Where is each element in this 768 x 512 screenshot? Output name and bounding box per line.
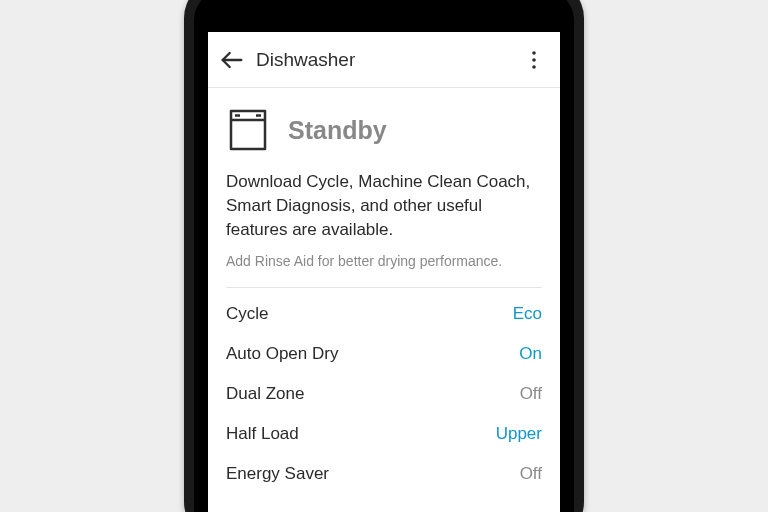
- more-vertical-icon[interactable]: [522, 48, 546, 72]
- status-label: Standby: [288, 116, 387, 145]
- setting-row-half-load[interactable]: Half Load Upper: [226, 414, 542, 454]
- phone-frame: Dishwasher: [184, 0, 584, 512]
- setting-label: Dual Zone: [226, 384, 304, 404]
- setting-row-dual-zone[interactable]: Dual Zone Off: [226, 374, 542, 414]
- features-description: Download Cycle, Machine Clean Coach, Sma…: [226, 168, 542, 253]
- setting-label: Energy Saver: [226, 464, 329, 484]
- dishwasher-icon: [226, 108, 270, 152]
- setting-value: Upper: [496, 424, 542, 444]
- setting-value: Off: [520, 384, 542, 404]
- setting-value: Off: [520, 464, 542, 484]
- phone-bezel: Dishwasher: [194, 0, 574, 512]
- setting-label: Cycle: [226, 304, 269, 324]
- setting-label: Half Load: [226, 424, 299, 444]
- svg-point-2: [532, 58, 536, 62]
- setting-value: Eco: [513, 304, 542, 324]
- content-area: Standby Download Cycle, Machine Clean Co…: [208, 88, 560, 494]
- status-row: Standby: [226, 88, 542, 168]
- svg-point-1: [532, 51, 536, 55]
- setting-row-auto-open-dry[interactable]: Auto Open Dry On: [226, 334, 542, 374]
- svg-point-3: [532, 65, 536, 69]
- setting-label: Auto Open Dry: [226, 344, 338, 364]
- rinse-aid-hint: Add Rinse Aid for better drying performa…: [226, 253, 542, 287]
- setting-value: On: [519, 344, 542, 364]
- back-arrow-icon[interactable]: [218, 46, 246, 74]
- setting-row-energy-saver[interactable]: Energy Saver Off: [226, 454, 542, 494]
- app-screen: Dishwasher: [208, 32, 560, 512]
- page-title: Dishwasher: [256, 49, 522, 71]
- app-bar: Dishwasher: [208, 32, 560, 88]
- setting-row-cycle[interactable]: Cycle Eco: [226, 294, 542, 334]
- divider: [226, 287, 542, 288]
